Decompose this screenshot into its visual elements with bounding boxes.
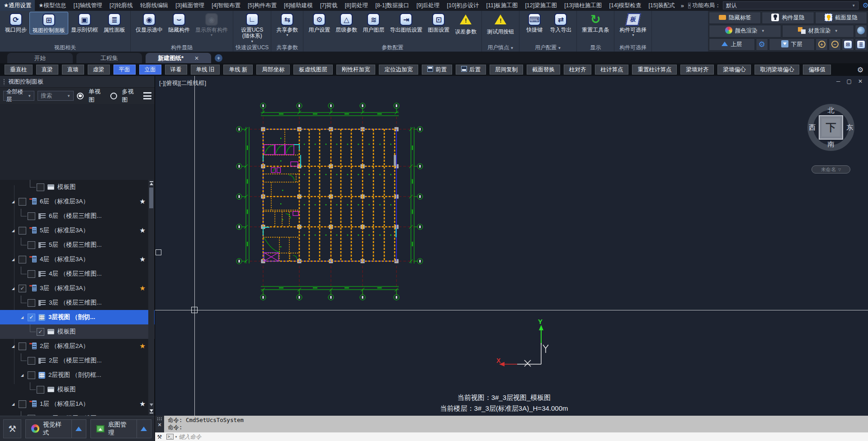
- tree-row[interactable]: ◢3层 （标准层3A）★: [0, 281, 155, 296]
- favorite-star[interactable]: ★: [140, 255, 146, 263]
- compass-center-face[interactable]: 下: [819, 115, 843, 140]
- ribbon-button[interactable]: ◉显示所有构件▼: [193, 12, 231, 37]
- tree-checkbox[interactable]: [19, 198, 26, 206]
- single-view-radio[interactable]: [77, 93, 84, 99]
- right-panel-icon-button[interactable]: +: [816, 38, 828, 51]
- right-panel-icon-button[interactable]: ⊞: [842, 38, 854, 51]
- toolbar-settings-gear-icon[interactable]: ⚙: [857, 66, 863, 74]
- scroll-down-button[interactable]: [148, 401, 154, 408]
- toolbar-button[interactable]: 立面: [139, 65, 161, 75]
- toolbar-button[interactable]: 平面: [113, 65, 136, 75]
- menu-tab[interactable]: [3]截面管理: [172, 0, 208, 11]
- toolbar-button[interactable]: 后置: [456, 65, 486, 75]
- layout-select[interactable]: 默认 ▼: [723, 1, 859, 9]
- command-tools-button[interactable]: ⚒: [155, 432, 164, 441]
- document-tab[interactable]: 新建图纸*✕: [146, 53, 211, 63]
- search-input[interactable]: 搜索 ▼: [38, 91, 74, 101]
- right-panel-icon-button[interactable]: [855, 25, 867, 37]
- panel-header[interactable]: 视图控制面板: [0, 76, 155, 88]
- tree-checkbox[interactable]: [19, 285, 26, 292]
- tree-expand-arrow-icon[interactable]: ◢: [12, 200, 19, 204]
- toolbar-button[interactable]: 偏移值: [803, 65, 831, 75]
- menu-tab[interactable]: ★通用设置: [0, 0, 35, 11]
- tree-checkbox[interactable]: [19, 256, 26, 263]
- tree-checkbox[interactable]: [19, 227, 26, 235]
- toolbar-button[interactable]: 单线 旧: [191, 65, 220, 75]
- compass-south-label[interactable]: 南: [828, 140, 835, 149]
- ribbon-button[interactable]: 板构件可选择▼: [617, 12, 649, 37]
- toolbar-button[interactable]: 刚性杆加宽: [336, 65, 376, 75]
- drag-grip-icon[interactable]: [157, 417, 162, 421]
- tree-row[interactable]: ◢6层 （标准层3A）★: [0, 194, 155, 209]
- tree-checkbox[interactable]: [19, 400, 26, 408]
- ribbon-button[interactable]: ⌨快捷键: [522, 12, 547, 33]
- ribbon-button[interactable]: ⟳视口同步: [2, 12, 29, 33]
- tree-checkbox[interactable]: [37, 183, 44, 191]
- tree-expand-arrow-icon[interactable]: ◢: [12, 286, 19, 291]
- toolbar-button[interactable]: 重置柱计算点: [632, 65, 677, 75]
- ribbon-button[interactable]: ⇥导出图纸设置: [387, 12, 425, 33]
- right-panel-button[interactable]: 截面显隐: [815, 12, 867, 24]
- tree-expand-arrow-icon[interactable]: ◢: [12, 229, 19, 233]
- floor-filter-select[interactable]: 全部楼层 ▼: [3, 91, 34, 101]
- document-tab[interactable]: 工程集: [76, 53, 142, 63]
- scroll-bottom-button[interactable]: [148, 408, 154, 415]
- toolbar-button[interactable]: 板虚线图层: [293, 65, 333, 75]
- ribbon-button[interactable]: !误差参数: [452, 12, 479, 35]
- toolbar-button[interactable]: 直梁: [36, 65, 58, 75]
- document-tab[interactable]: 开始: [7, 53, 73, 63]
- menu-tab[interactable]: 轮廓线编辑: [137, 0, 172, 11]
- toolbar-button[interactable]: 前置: [422, 65, 452, 75]
- toolbar-button[interactable]: 定位边加宽: [379, 65, 418, 75]
- tree-checkbox[interactable]: [19, 342, 26, 350]
- tree-checkbox[interactable]: [28, 357, 35, 365]
- tree-checkbox[interactable]: [28, 270, 35, 278]
- favorite-star[interactable]: ★: [140, 400, 146, 408]
- menu-tab[interactable]: [8]前处理: [341, 0, 372, 11]
- toolbar-button[interactable]: 梁墙偏心: [717, 65, 751, 75]
- minimize-icon[interactable]: ─: [836, 78, 840, 84]
- close-tab-icon[interactable]: ✕: [194, 55, 199, 61]
- tree-expand-arrow-icon[interactable]: ◢: [21, 315, 28, 319]
- menu-tab[interactable]: [6]辅助建模: [280, 0, 316, 11]
- tree-row[interactable]: ◢5层 （标准层3A）★: [0, 223, 155, 238]
- tree-row[interactable]: 2层 （楼层三维图...: [0, 353, 155, 368]
- ribbon-button[interactable]: ⇄导入导出: [547, 12, 574, 33]
- basemap-expand-button[interactable]: [137, 420, 151, 438]
- menu-tab[interactable]: [12]梁施工图: [521, 0, 561, 11]
- tree-checkbox[interactable]: [37, 386, 44, 394]
- menu-tab[interactable]: [5]构件布置: [244, 0, 280, 11]
- compass-west-label[interactable]: 西: [809, 123, 816, 132]
- toolbar-button[interactable]: 梁墙对齐: [680, 65, 714, 75]
- menu-tab[interactable]: [14]模型检查: [606, 0, 645, 11]
- ribbon-button[interactable]: ⚙用户设置: [306, 12, 333, 33]
- right-panel-icon-button[interactable]: ≣: [855, 38, 867, 51]
- menu-tab[interactable]: [11]板施工图: [482, 0, 521, 11]
- visual-style-expand-button[interactable]: [71, 420, 86, 438]
- tree-row[interactable]: ◢4层 （标准层3A）★: [0, 252, 155, 267]
- favorite-star[interactable]: ★: [140, 226, 146, 235]
- menu-tab[interactable]: [2]轮廓线: [106, 0, 136, 11]
- tree-row[interactable]: 1层 （楼层三维图...: [0, 411, 155, 416]
- right-panel-button[interactable]: 材质渲染▼: [782, 25, 854, 37]
- ribbon-button[interactable]: !测试用按钮: [484, 12, 517, 35]
- menu-tab[interactable]: ★模型信息: [35, 0, 70, 11]
- compass-east-label[interactable]: 东: [846, 123, 853, 132]
- toolbar-button[interactable]: 单线 新: [223, 65, 253, 75]
- ribbon-button[interactable]: ◉仅显示选中: [133, 12, 165, 33]
- tree-expand-arrow-icon[interactable]: ◢: [12, 344, 19, 348]
- scroll-top-button[interactable]: [148, 180, 154, 187]
- favorite-star[interactable]: ★: [140, 342, 146, 350]
- tools-button[interactable]: ⚒: [3, 419, 21, 438]
- ribbon-button[interactable]: ≣属性面板: [101, 12, 128, 33]
- tree-row[interactable]: 5层 （楼层三维图...: [0, 238, 155, 252]
- favorite-star[interactable]: ★: [140, 197, 146, 206]
- visual-style-button[interactable]: 视觉样式: [25, 419, 86, 438]
- settings-gear-icon[interactable]: ⚙: [861, 1, 868, 9]
- view-compass[interactable]: 北 南 西 东 下: [807, 104, 854, 151]
- toolbar-button[interactable]: 垂直柱: [5, 65, 33, 75]
- menu-tab[interactable]: [15]装配式: [645, 0, 678, 11]
- tree-checkbox[interactable]: [28, 299, 35, 307]
- toolbar-button[interactable]: 详看: [165, 65, 187, 75]
- menu-tab[interactable]: [9]后处理: [413, 0, 443, 11]
